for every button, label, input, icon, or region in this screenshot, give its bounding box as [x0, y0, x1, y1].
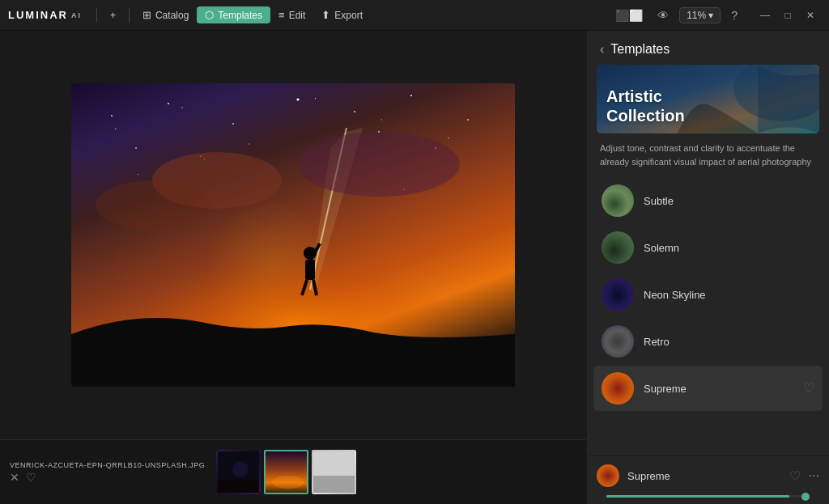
template-name-solemn: Solemn: [644, 242, 793, 254]
photo-scene-overlay: [71, 83, 515, 387]
fav-button-supreme[interactable]: ♡: [803, 382, 814, 395]
svg-rect-23: [218, 480, 261, 494]
template-list: Subtle ♡ Solemn ♡ Neon Skyline ♡ Retro ♡: [587, 178, 829, 455]
preview-button[interactable]: 👁: [653, 7, 673, 23]
progress-section: [587, 495, 829, 504]
panel-title: Templates: [610, 42, 670, 57]
template-item-subtle[interactable]: Subtle ♡: [593, 178, 823, 223]
progress-handle[interactable]: [801, 493, 810, 501]
filmstrip-actions: ✕ ♡: [10, 471, 205, 484]
window-controls: — □ ✕: [755, 5, 821, 26]
back-button[interactable]: ‹: [600, 43, 604, 56]
maximize-icon: □: [784, 10, 790, 21]
collection-title-line1: Artistic: [606, 87, 685, 106]
bottom-more-button[interactable]: ···: [809, 468, 819, 483]
titlebar-divider-2: [129, 8, 130, 23]
svg-point-14: [467, 119, 469, 121]
filmstrip: VENRICK-AZCUETA-EPN-QRRLB10-UNSPLASH.JPG…: [0, 439, 586, 504]
thumb-container: [216, 450, 356, 494]
photo-area: VENRICK-AZCUETA-EPN-QRRLB10-UNSPLASH.JPG…: [0, 31, 586, 504]
thumbnail-2[interactable]: [264, 450, 308, 494]
template-thumb-subtle: [602, 184, 634, 217]
svg-point-15: [135, 147, 137, 149]
template-name-neon-skyline: Neon Skyline: [644, 289, 793, 301]
close-icon: ✕: [10, 471, 19, 484]
progress-bar[interactable]: [606, 495, 810, 498]
bottom-fav-button[interactable]: ♡: [789, 468, 801, 484]
app-name-text: LUMINAR: [8, 9, 68, 21]
export-button[interactable]: ⬆ Export: [313, 6, 371, 23]
devices-button[interactable]: ⬛⬜: [611, 7, 647, 23]
add-icon: +: [110, 10, 116, 21]
back-icon: ‹: [600, 42, 604, 56]
close-button[interactable]: ✕: [800, 5, 821, 26]
collection-banner: Artistic Collection: [597, 65, 819, 133]
panel-header: ‹ Templates: [587, 31, 829, 65]
template-item-neon-skyline[interactable]: Neon Skyline ♡: [593, 272, 823, 317]
heart-icon: ♡: [26, 471, 36, 484]
progress-bar-fill: [606, 495, 789, 498]
bottom-template-name: Supreme: [627, 470, 781, 482]
svg-rect-4: [305, 260, 315, 280]
zoom-chevron-icon: ▾: [708, 10, 713, 21]
template-item-supreme[interactable]: Supreme ♡: [593, 366, 823, 411]
template-item-retro[interactable]: Retro ♡: [593, 319, 823, 364]
app-logo: LUMINARAI: [8, 9, 82, 21]
maximize-button[interactable]: □: [777, 5, 798, 26]
template-item-solemn[interactable]: Solemn ♡: [593, 225, 823, 270]
sidebar: ‹ Templates: [586, 31, 829, 504]
collection-banner-text: Artistic Collection: [606, 87, 685, 125]
titlebar-divider: [96, 8, 97, 23]
main-content: VENRICK-AZCUETA-EPN-QRRLB10-UNSPLASH.JPG…: [0, 31, 829, 504]
svg-point-20: [298, 132, 460, 197]
edit-button[interactable]: ≡ Edit: [270, 6, 313, 23]
template-name-supreme: Supreme: [644, 383, 793, 395]
bottom-template-thumb: [597, 464, 619, 487]
export-label: Export: [334, 10, 363, 21]
filmstrip-filename: VENRICK-AZCUETA-EPN-QRRLB10-UNSPLASH.JPG: [10, 461, 205, 469]
catalog-icon: ⊞: [142, 9, 151, 21]
thumbnail-1[interactable]: [216, 450, 261, 494]
thumb-1-image: [218, 451, 261, 494]
help-button[interactable]: ?: [727, 7, 742, 23]
template-thumb-neon-skyline: [602, 278, 634, 311]
template-thumb-solemn: [602, 231, 634, 264]
titlebar: LUMINARAI + ⊞ Catalog ⬡ Templates ≡ Edit…: [0, 0, 829, 31]
bottom-bar-wrapper: Supreme ♡ ···: [587, 455, 829, 504]
edit-label: Edit: [289, 10, 306, 21]
thumbnail-3[interactable]: [312, 450, 356, 494]
catalog-button[interactable]: ⊞ Catalog: [134, 6, 197, 23]
export-icon: ⬆: [321, 9, 330, 21]
collection-title-line2: Collection: [606, 106, 685, 125]
svg-point-11: [297, 99, 300, 101]
thumb-2-image: [266, 451, 308, 494]
svg-point-30: [733, 65, 819, 121]
minimize-icon: —: [760, 10, 770, 21]
help-icon: ?: [731, 9, 738, 22]
svg-point-12: [354, 111, 355, 112]
filmstrip-info: VENRICK-AZCUETA-EPN-QRRLB10-UNSPLASH.JPG…: [10, 461, 205, 484]
minimize-button[interactable]: —: [755, 5, 776, 26]
svg-point-10: [232, 123, 234, 125]
svg-point-21: [96, 180, 209, 229]
svg-rect-28: [313, 476, 356, 494]
zoom-control[interactable]: 11% ▾: [679, 7, 721, 23]
filmstrip-heart-button[interactable]: ♡: [26, 471, 36, 484]
catalog-label: Catalog: [155, 10, 189, 21]
svg-point-8: [111, 115, 113, 116]
template-name-retro: Retro: [644, 336, 793, 348]
add-button[interactable]: +: [102, 7, 124, 23]
svg-point-9: [168, 103, 169, 104]
close-icon: ✕: [806, 10, 814, 21]
template-name-subtle: Subtle: [644, 195, 793, 207]
photo-canvas: [0, 31, 586, 439]
filmstrip-close-button[interactable]: ✕: [10, 471, 19, 484]
svg-point-26: [272, 476, 304, 489]
templates-label: Templates: [218, 10, 262, 21]
edit-icon: ≡: [278, 9, 285, 21]
zoom-level: 11%: [687, 10, 706, 21]
collection-description: Adjust tone, contrast and clarity to acc…: [587, 142, 829, 178]
app-ai-suffix: AI: [71, 11, 82, 19]
templates-button[interactable]: ⬡ Templates: [197, 6, 270, 23]
bottom-bar: Supreme ♡ ···: [587, 455, 829, 495]
